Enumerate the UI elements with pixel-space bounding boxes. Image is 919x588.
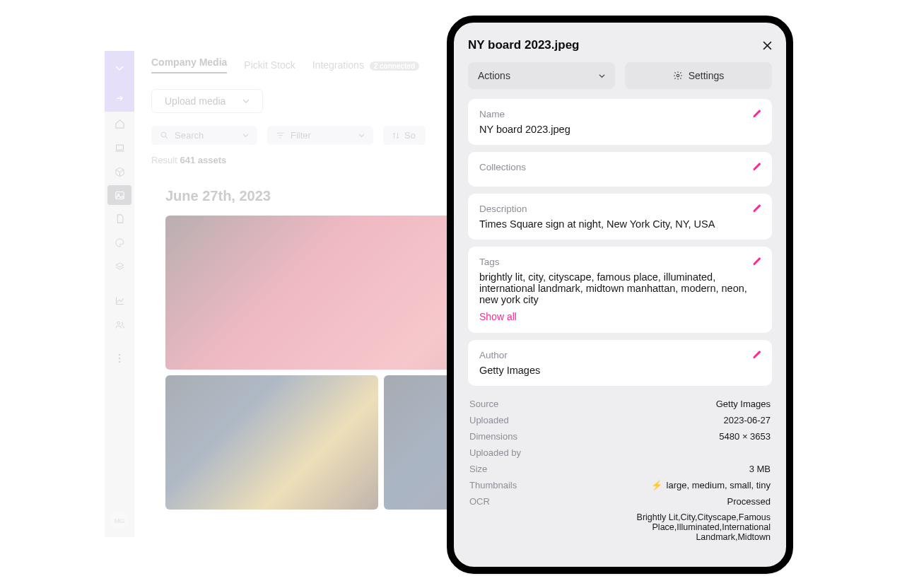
filter-icon: [276, 131, 285, 140]
meta-size: Size3 MB: [469, 461, 771, 477]
chevron-down-icon: [242, 132, 249, 139]
settings-button[interactable]: Settings: [625, 62, 772, 89]
asset-thumbnail[interactable]: [165, 375, 378, 510]
pencil-icon: [752, 350, 762, 360]
pencil-icon: [752, 109, 762, 119]
palette-icon[interactable]: [105, 230, 134, 254]
more-icon[interactable]: [105, 346, 134, 370]
pencil-icon: [752, 162, 762, 172]
search-input[interactable]: Search: [151, 126, 257, 145]
asset-detail-panel: NY board 2023.jpeg Actions Settings Name…: [447, 16, 793, 574]
description-value: Times Square sign at night, New York Cit…: [479, 218, 761, 230]
svg-point-4: [119, 354, 121, 356]
nav-expand[interactable]: [105, 85, 134, 112]
author-value: Getty Images: [479, 365, 761, 376]
tags-label: Tags: [479, 257, 761, 267]
meta-thumbnails: Thumbnails⚡large, medium, small, tiny: [469, 477, 771, 493]
svg-rect-1: [115, 192, 123, 199]
edit-name-button[interactable]: [752, 109, 762, 119]
meta-source: SourceGetty Images: [469, 396, 771, 412]
meta-dimensions: Dimensions5480 × 3653: [469, 428, 771, 445]
edit-tags-button[interactable]: [752, 257, 762, 266]
box-icon[interactable]: [105, 160, 134, 184]
collections-card: Collections: [468, 152, 772, 187]
svg-point-3: [117, 322, 119, 324]
name-label: Name: [479, 109, 761, 119]
svg-point-6: [119, 361, 121, 363]
upload-media-button[interactable]: Upload media: [151, 89, 263, 113]
chevron-down-icon: [242, 98, 250, 105]
pencil-icon: [752, 204, 762, 213]
pencil-icon: [752, 257, 762, 266]
tab-company-media[interactable]: Company Media: [151, 57, 227, 74]
meta-uploadedby: Uploaded by: [469, 445, 771, 461]
svg-point-7: [161, 132, 166, 137]
integrations-count-badge: 2 connected: [370, 61, 419, 71]
bolt-icon: ⚡: [651, 480, 662, 490]
image-icon[interactable]: [107, 185, 131, 205]
name-value: NY board 2023.jpeg: [479, 124, 761, 135]
meta-ocr: OCRProcessed: [469, 493, 771, 510]
panel-title: NY board 2023.jpeg: [468, 38, 579, 52]
tags-card: Tags brightly lit, city, cityscape, famo…: [468, 247, 772, 333]
svg-point-5: [119, 358, 121, 360]
author-card: Author Getty Images: [468, 340, 772, 386]
filter-dropdown[interactable]: Filter: [267, 126, 373, 145]
tags-value: brightly lit, city, cityscape, famous pl…: [479, 271, 761, 305]
description-card: Description Times Square sign at night, …: [468, 194, 772, 240]
chevron-down-icon: [358, 132, 365, 139]
tab-pickit-stock[interactable]: Pickit Stock: [244, 59, 295, 71]
home-icon[interactable]: [105, 112, 134, 136]
svg-rect-0: [116, 145, 123, 150]
document-icon[interactable]: [105, 206, 134, 230]
sort-dropdown[interactable]: So: [383, 126, 426, 145]
name-card: Name NY board 2023.jpeg: [468, 99, 772, 145]
nav-brand-top[interactable]: [105, 51, 134, 85]
edit-description-button[interactable]: [752, 204, 762, 213]
show-all-tags-link[interactable]: Show all: [479, 311, 517, 322]
metadata-list: SourceGetty Images Uploaded2023-06-27 Di…: [468, 393, 772, 545]
description-label: Description: [479, 204, 761, 214]
layers-icon[interactable]: [105, 254, 134, 278]
meta-uploaded: Uploaded2023-06-27: [469, 412, 771, 428]
avatar[interactable]: MG: [110, 512, 129, 530]
author-label: Author: [479, 350, 761, 360]
edit-collections-button[interactable]: [752, 162, 762, 172]
side-nav: MG: [105, 51, 134, 537]
edit-author-button[interactable]: [752, 350, 762, 360]
gear-icon: [673, 71, 683, 81]
laptop-icon[interactable]: [105, 136, 134, 160]
actions-dropdown[interactable]: Actions: [468, 62, 615, 89]
chart-icon[interactable]: [105, 288, 134, 312]
close-button[interactable]: [763, 41, 772, 50]
meta-ocr-detail: Brightly Lit,City,Cityscape,Famous Place…: [469, 510, 771, 545]
close-icon: [763, 41, 772, 50]
svg-point-8: [677, 74, 679, 77]
users-icon[interactable]: [105, 312, 134, 336]
collections-label: Collections: [479, 162, 761, 172]
chevron-down-icon: [599, 73, 605, 79]
tab-integrations[interactable]: Integrations 2 connected: [312, 59, 419, 71]
sort-icon: [392, 131, 400, 140]
search-icon: [160, 131, 169, 140]
